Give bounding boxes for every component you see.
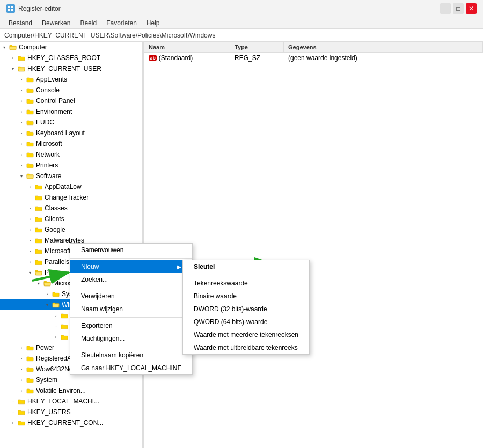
expand-btn[interactable]: ▾ bbox=[43, 300, 52, 309]
sub-item[interactable]: Sleutel bbox=[183, 260, 309, 273]
tree-label: Parallels bbox=[45, 258, 69, 266]
expand-btn[interactable]: › bbox=[26, 182, 34, 191]
expand-btn[interactable]: › bbox=[17, 150, 26, 159]
tree-item[interactable]: › Clients bbox=[0, 214, 142, 224]
expand-btn[interactable]: › bbox=[9, 54, 17, 62]
expand-btn[interactable]: › bbox=[52, 333, 60, 341]
expand-btn[interactable]: › bbox=[43, 290, 52, 298]
expand-btn[interactable]: › bbox=[17, 97, 26, 105]
tree-item[interactable]: › Console bbox=[0, 85, 142, 96]
tree-item[interactable]: ▾ Computer bbox=[0, 42, 142, 53]
tree-item[interactable]: › Printers bbox=[0, 160, 142, 171]
expand-btn[interactable]: › bbox=[26, 215, 34, 223]
tree-item[interactable]: ChangeTracker bbox=[0, 192, 142, 203]
tree-item[interactable]: › AppDataLow bbox=[0, 181, 142, 192]
folder-icon bbox=[26, 365, 34, 373]
ctx-item[interactable]: Samenvouwen bbox=[70, 244, 192, 256]
expand-btn[interactable]: › bbox=[52, 311, 60, 320]
tree-item[interactable]: › HKEY_LOCAL_MACHI... bbox=[0, 396, 142, 407]
folder-icon bbox=[17, 419, 26, 427]
ctx-label: Ga naar HKEY_LOCAL_MACHINE bbox=[81, 364, 181, 372]
sub-menu[interactable]: SleutelTekenreekswaardeBinaire waardeDWO… bbox=[182, 260, 310, 355]
expand-btn[interactable]: › bbox=[52, 322, 60, 331]
ctx-item[interactable]: Nieuw▶ bbox=[70, 260, 192, 273]
tree-item[interactable]: › Network bbox=[0, 149, 142, 160]
cell-gegevens: (geen waarde ingesteld) bbox=[284, 54, 483, 62]
app-icon bbox=[6, 4, 15, 13]
expand-btn[interactable]: › bbox=[17, 118, 26, 127]
sub-item[interactable]: QWORD (64 bits)-waarde bbox=[183, 315, 309, 328]
expand-btn[interactable]: › bbox=[17, 343, 26, 352]
tree-item[interactable]: › Microsoft bbox=[0, 138, 142, 149]
tree-item[interactable]: › HKEY_CLASSES_ROOT bbox=[0, 53, 142, 63]
sub-item[interactable]: DWORD (32 bits)-waarde bbox=[183, 303, 309, 315]
menu-bestand[interactable]: Bestand bbox=[4, 18, 36, 28]
tree-item[interactable]: › Volatile Environ... bbox=[0, 385, 142, 396]
menu-bewerken[interactable]: Bewerken bbox=[38, 18, 75, 28]
ctx-item[interactable]: Exporteren bbox=[70, 319, 192, 332]
sub-label: Sleutel bbox=[194, 263, 215, 270]
expand-btn[interactable]: ▾ bbox=[17, 172, 26, 180]
expand-btn[interactable]: › bbox=[9, 418, 17, 427]
expand-btn[interactable]: › bbox=[17, 86, 26, 94]
expand-btn[interactable]: › bbox=[17, 107, 26, 116]
tree-item[interactable]: › AppEvents bbox=[0, 74, 142, 85]
sub-item[interactable]: Waarde met meerdere tekenreeksen bbox=[183, 328, 309, 341]
expand-btn[interactable]: › bbox=[17, 376, 26, 384]
tree-item[interactable]: › Keyboard Layout bbox=[0, 128, 142, 138]
expand-btn[interactable]: › bbox=[26, 258, 34, 266]
col-type: Type bbox=[230, 42, 284, 53]
expand-btn[interactable]: › bbox=[17, 139, 26, 148]
tree-label: Network bbox=[36, 151, 60, 158]
tree-label: Printers bbox=[36, 161, 58, 169]
tree-item[interactable]: › HKEY_USERS bbox=[0, 407, 142, 417]
minimize-button[interactable]: ─ bbox=[440, 3, 451, 14]
expand-btn[interactable]: › bbox=[9, 397, 17, 406]
table-row[interactable]: ab (Standaard) REG_SZ (geen waarde inges… bbox=[144, 53, 483, 63]
expand-btn[interactable]: ▾ bbox=[0, 43, 9, 52]
menu-beeld[interactable]: Beeld bbox=[76, 18, 101, 28]
tree-item[interactable]: › Classes bbox=[0, 203, 142, 214]
ctx-item[interactable]: Zoeken... bbox=[70, 273, 192, 286]
close-button[interactable]: ✕ bbox=[466, 3, 477, 14]
tree-item[interactable]: › HKEY_CURRENT_CON... bbox=[0, 417, 142, 428]
tree-item[interactable]: ▾ Software bbox=[0, 171, 142, 181]
expand-btn[interactable]: › bbox=[17, 161, 26, 170]
tree-item[interactable]: › System bbox=[0, 374, 142, 385]
tree-item[interactable]: › Google bbox=[0, 224, 142, 235]
tree-item[interactable]: › Environment bbox=[0, 106, 142, 117]
ctx-item[interactable]: Naam wijzigen bbox=[70, 303, 192, 315]
folder-icon bbox=[60, 312, 69, 319]
expand-btn[interactable]: › bbox=[26, 247, 34, 255]
tree-item[interactable]: › EUDC bbox=[0, 117, 142, 128]
columns-header: Naam Type Gegevens bbox=[144, 42, 483, 53]
ctx-item[interactable]: Verwijderen bbox=[70, 290, 192, 303]
context-menu[interactable]: SamenvouwenNieuw▶Zoeken...VerwijderenNaa… bbox=[70, 243, 193, 375]
tree-item[interactable]: › Control Panel bbox=[0, 96, 142, 106]
expand-btn[interactable]: › bbox=[9, 408, 17, 416]
menu-help[interactable]: Help bbox=[142, 18, 164, 28]
folder-icon bbox=[60, 333, 69, 341]
expand-btn[interactable]: ▾ bbox=[9, 64, 17, 73]
expand-btn[interactable]: ▾ bbox=[26, 268, 34, 277]
expand-btn[interactable]: › bbox=[17, 75, 26, 84]
expand-btn[interactable]: ▾ bbox=[34, 279, 43, 288]
ab-badge: ab bbox=[149, 55, 157, 61]
ctx-item[interactable]: Machtigingen... bbox=[70, 332, 192, 345]
maximize-button[interactable]: □ bbox=[453, 3, 464, 14]
ctx-item[interactable]: Sleutelnaam kopiëren bbox=[70, 349, 192, 362]
ctx-item[interactable]: Ga naar HKEY_LOCAL_MACHINE bbox=[70, 362, 192, 374]
sub-item[interactable]: Tekenreekswaarde bbox=[183, 277, 309, 290]
sub-item[interactable]: Binaire waarde bbox=[183, 290, 309, 303]
expand-btn[interactable]: › bbox=[26, 236, 34, 245]
sub-item[interactable]: Waarde met uitbreidbare tekenreeks bbox=[183, 341, 309, 354]
expand-btn[interactable]: › bbox=[17, 354, 26, 363]
expand-btn[interactable]: › bbox=[17, 129, 26, 137]
tree-item[interactable]: ▾ HKEY_CURRENT_USER bbox=[0, 63, 142, 74]
expand-btn[interactable]: › bbox=[17, 386, 26, 395]
expand-btn[interactable]: › bbox=[17, 365, 26, 373]
expand-btn[interactable]: › bbox=[26, 204, 34, 212]
ctx-separator bbox=[70, 258, 192, 259]
expand-btn[interactable]: › bbox=[26, 225, 34, 234]
menu-favorieten[interactable]: Favorieten bbox=[102, 18, 141, 28]
